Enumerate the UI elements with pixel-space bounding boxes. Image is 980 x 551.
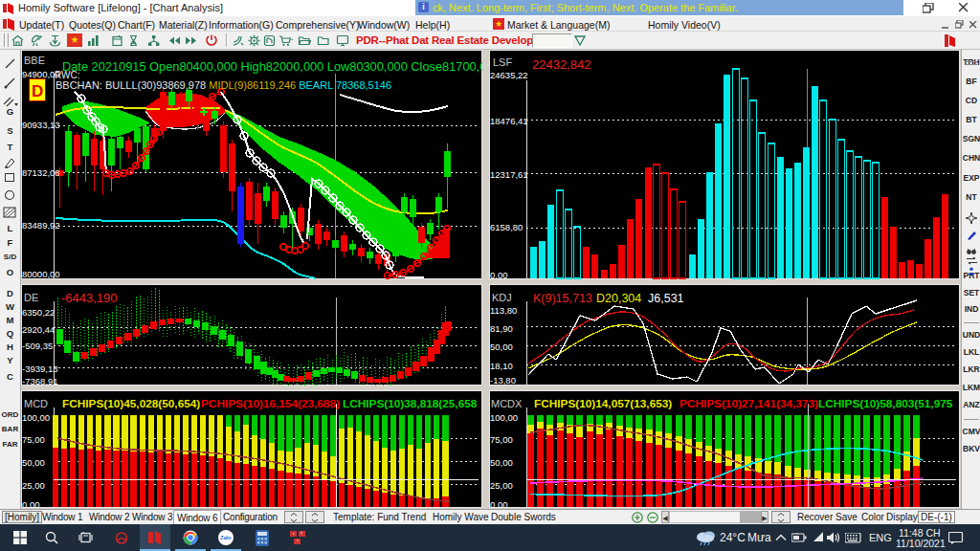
svg-text:J6,531: J6,531 <box>648 292 684 305</box>
svg-text:0,00: 0,00 <box>22 499 40 508</box>
svg-text:Date 20210915 Open80400,000: Date 20210915 Open80400,000 High82000,00… <box>62 59 482 74</box>
svg-text:-13,80: -13,80 <box>490 375 516 386</box>
svg-text:0,00: 0,00 <box>490 270 508 279</box>
svg-text:25,00: 25,00 <box>490 480 513 491</box>
svg-text:FCHIPS(10)14,057(13,653): FCHIPS(10)14,057(13,653) <box>534 397 672 410</box>
svg-text:BBE: BBE <box>24 55 45 66</box>
svg-text:22432,842: 22432,842 <box>532 57 590 72</box>
svg-text:D: D <box>32 82 43 100</box>
svg-text:LCHIPS(10)58,803(51,975: LCHIPS(10)58,803(51,975 <box>818 397 953 410</box>
svg-text:-3939,13: -3939,13 <box>22 364 58 374</box>
svg-text:D20,304: D20,304 <box>596 292 641 305</box>
svg-text:LCHIPS(10)38,818(25,658: LCHIPS(10)38,818(25,658 <box>343 397 478 410</box>
svg-text:94900,00: 94900,00 <box>22 69 60 79</box>
svg-text:PCHIPS(10)27,141(34,373): PCHIPS(10)27,141(34,373) <box>679 397 818 410</box>
svg-text:80000,00: 80000,00 <box>22 269 60 279</box>
svg-text:113,80: 113,80 <box>490 305 517 316</box>
svg-text:2920,44: 2920,44 <box>22 324 55 335</box>
svg-text:6158,80: 6158,80 <box>490 222 523 232</box>
svg-text:0,00: 0,00 <box>490 499 508 508</box>
svg-text:12317,61: 12317,61 <box>490 169 528 180</box>
svg-text:K(9)15,713: K(9)15,713 <box>533 292 592 305</box>
svg-text:18476,41: 18476,41 <box>490 116 528 126</box>
svg-text:50,00: 50,00 <box>490 342 513 352</box>
svg-text:LSF: LSF <box>493 56 512 68</box>
svg-text:MCD: MCD <box>24 398 48 409</box>
svg-text:PCHIPS(10)16,154(23,688): PCHIPS(10)16,154(23,688) <box>201 397 340 410</box>
svg-text:-7368,91: -7368,91 <box>22 376 58 386</box>
svg-text:MCDX: MCDX <box>491 398 523 409</box>
svg-text:-509,35: -509,35 <box>22 341 53 351</box>
svg-text:-6443,190: -6443,190 <box>61 291 118 305</box>
svg-text:100,00: 100,00 <box>490 412 518 423</box>
svg-text:25,00: 25,00 <box>22 480 45 491</box>
svg-text:DE: DE <box>24 292 38 303</box>
svg-text:50,00: 50,00 <box>490 457 513 468</box>
svg-text:90933,13: 90933,13 <box>22 120 60 130</box>
svg-text:24635,22: 24635,22 <box>490 70 528 80</box>
svg-text:100,00: 100,00 <box>22 412 50 423</box>
svg-text:18,10: 18,10 <box>490 361 513 371</box>
svg-text:75,00: 75,00 <box>22 434 45 445</box>
svg-text:81,90: 81,90 <box>490 323 513 334</box>
svg-text:87132,08: 87132,08 <box>22 167 60 178</box>
svg-text:6350,22: 6350,22 <box>22 307 55 318</box>
svg-text:75,00: 75,00 <box>490 434 513 445</box>
svg-text:50,00: 50,00 <box>22 457 45 468</box>
svg-text:83489,92: 83489,92 <box>22 220 60 231</box>
svg-text:KDJ: KDJ <box>492 292 512 303</box>
svg-text:FCHIPS(10)45,028(50,654): FCHIPS(10)45,028(50,654) <box>62 397 200 410</box>
svg-text:BBCHAN: BULLL(30)93869,978 MI: BBCHAN: BULLL(30)93869,978 MIDL(9)86119,… <box>56 79 391 91</box>
